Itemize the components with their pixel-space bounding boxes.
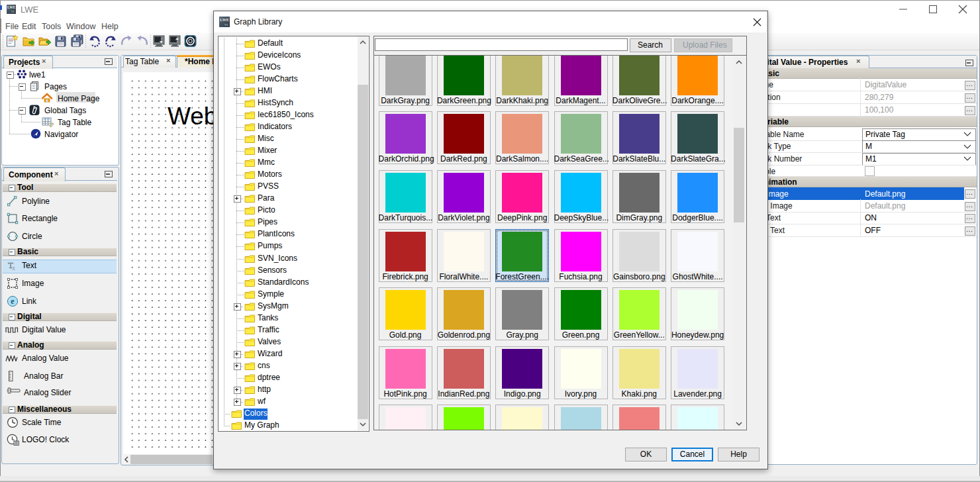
svg-text:e: e xyxy=(11,297,15,306)
svg-text:LWE: LWE xyxy=(7,5,15,9)
svg-text:x: x xyxy=(12,264,15,271)
svg-text:VL: VL xyxy=(224,23,229,26)
svg-text:LWE: LWE xyxy=(220,18,228,22)
svg-text:VL: VL xyxy=(11,10,15,13)
